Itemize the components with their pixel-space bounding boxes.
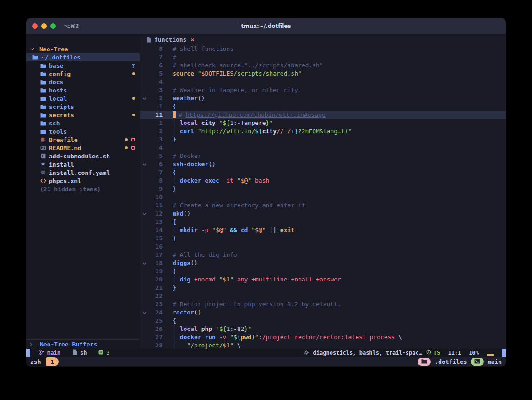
code-line[interactable]: 6# shellcheck source="../scripts/shared.… — [140, 61, 506, 70]
neo-tree-buffers-header[interactable]: Neo-Tree Buffers — [26, 339, 140, 349]
code-line[interactable]: 7{ — [140, 168, 506, 177]
sidebar-item--21-hidden-items-[interactable]: (21 hidden items) — [26, 185, 140, 193]
item-badges — [132, 97, 135, 100]
code-token: │ — [173, 334, 180, 341]
code-line[interactable]: 17# All the dig info — [140, 251, 506, 259]
fold-chevron-icon[interactable] — [140, 97, 149, 101]
sidebar-item-scripts[interactable]: scripts — [26, 103, 140, 111]
sidebar-item-docs[interactable]: docs — [26, 78, 140, 86]
sidebar-item-config[interactable]: config — [26, 70, 140, 78]
code-line[interactable]: 8│ docker exec -it "$@" bash — [140, 177, 506, 185]
sidebar-item-label: tools — [49, 128, 67, 135]
code-text: │ local php="${1:-82}" — [163, 325, 251, 333]
sidebar-item-ssh[interactable]: ssh — [26, 119, 140, 127]
sidebar-item-hosts[interactable]: hosts — [26, 86, 140, 94]
code-token: "http://wttr.in/ — [198, 128, 255, 135]
code-line[interactable]: 20│ dig +nocmd "$1" any +multiline +noal… — [140, 276, 506, 284]
titlebar[interactable]: ⌥⌘2 tmux:~/.dotfiles — [26, 18, 506, 34]
code-line[interactable]: 5source "$DOTFILES/scripts/shared.sh" — [140, 70, 506, 78]
tmux-window-index-badge[interactable]: 1 — [46, 357, 59, 366]
line-number: 3 — [149, 86, 163, 94]
tab-functions[interactable]: functions — [154, 36, 186, 43]
code-token: } — [173, 185, 176, 192]
sidebar-item-phpcs.xml[interactable]: phpcs.xml — [26, 177, 140, 185]
sidebar-item-label: hosts — [49, 87, 67, 94]
tmux-session-pill[interactable] — [418, 358, 431, 366]
code-token: " — [237, 177, 241, 184]
folder-icon — [40, 121, 46, 126]
git-modified-dot-icon — [125, 138, 128, 141]
code-line[interactable]: 2weather() — [140, 94, 506, 103]
code-token: " — [219, 276, 223, 283]
git-unstaged-square-icon — [131, 146, 135, 150]
fold-chevron-icon[interactable] — [140, 162, 149, 167]
code-line[interactable]: 7# — [140, 53, 506, 61]
sidebar-item-tools[interactable]: tools — [26, 127, 140, 135]
item-badges — [125, 146, 135, 150]
code-token: "/project/ — [187, 342, 223, 349]
code-line[interactable]: 15} — [140, 234, 506, 243]
code-line[interactable]: 1│ local city="${1:-Tampere}" — [140, 119, 506, 127]
minimize-window-button[interactable] — [41, 23, 47, 29]
line-number: 9 — [149, 185, 163, 193]
code-line[interactable]: 6ssh-docker() — [140, 160, 506, 168]
line-number: 14 — [149, 226, 163, 234]
tab-close-icon[interactable]: × — [190, 36, 194, 43]
neo-tree-header[interactable]: Neo-Tree — [26, 45, 140, 53]
code-line[interactable]: 26│ local php="${1:-82}" — [140, 325, 506, 333]
code-token: $DOTFILES — [201, 70, 233, 77]
code-line[interactable]: 4 — [140, 144, 506, 152]
code-line[interactable]: 21} — [140, 284, 506, 292]
sidebar-item-root[interactable]: ~/.dotfiles — [26, 53, 140, 61]
code-line[interactable]: 4 — [140, 78, 506, 86]
code-token: { — [173, 218, 176, 225]
fold-chevron-icon[interactable] — [140, 311, 149, 315]
code-line[interactable]: 14│ mkdir -p "$@" && cd "$@" || exit — [140, 226, 506, 234]
code-line[interactable]: 1{ — [140, 103, 506, 111]
macos-terminal-window: ⌥⌘2 tmux:~/.dotfiles Neo-Tree ~/.dotfile… — [26, 18, 506, 366]
code-line[interactable]: 2│ curl "http://wttr.in/${city// /+}?2nF… — [140, 127, 506, 135]
sidebar-item-brewfile[interactable]: Brewfile — [26, 135, 140, 144]
code-token: ${ — [255, 128, 262, 135]
sidebar-item-add-submodules.sh[interactable]: add-submodules.sh — [26, 152, 140, 160]
code-line[interactable]: 3} — [140, 135, 506, 144]
code-line[interactable]: 9} — [140, 185, 506, 193]
git-modified-dot-icon — [132, 72, 135, 75]
code-line[interactable]: 10 — [140, 193, 506, 201]
folder-icon — [40, 80, 46, 85]
line-number: 12 — [149, 210, 163, 218]
sidebar-item-readme.md[interactable]: README.md — [26, 144, 140, 152]
fold-chevron-icon[interactable] — [140, 212, 149, 216]
code-line[interactable]: 27│ docker run -v "$(pwd)":/project rect… — [140, 333, 506, 341]
code-line[interactable]: 19{ — [140, 267, 506, 276]
sidebar-item-install[interactable]: *install — [26, 160, 140, 168]
chevron-down-icon — [29, 47, 35, 51]
code-line[interactable]: 24rector() — [140, 308, 506, 317]
code-line[interactable]: 8# shell functions — [140, 45, 506, 53]
maximize-window-button[interactable] — [50, 23, 56, 29]
code-line[interactable]: 12mkd() — [140, 210, 506, 218]
code-line[interactable]: 25{ — [140, 317, 506, 325]
tmux-window-name[interactable]: zsh — [26, 357, 46, 366]
code-area[interactable]: 8# shell functions7#6# shellcheck source… — [140, 45, 506, 349]
tmux-pane-pill[interactable] — [471, 358, 484, 366]
code-line[interactable]: 5# Docker — [140, 152, 506, 160]
code-line[interactable]: 11# Create a new directory and enter it — [140, 201, 506, 210]
code-line[interactable]: 3# Weather in Tampere, or other city — [140, 86, 506, 94]
code-line[interactable]: 28│ "/project/$1" \ — [140, 341, 506, 349]
line-number: 16 — [149, 243, 163, 251]
git-modified-dot-icon — [132, 114, 135, 116]
code-line[interactable]: 13{ — [140, 218, 506, 226]
code-token: mkd — [173, 210, 183, 217]
close-window-button[interactable] — [32, 23, 38, 29]
sidebar-item-base[interactable]: base? — [26, 61, 140, 70]
code-line[interactable]: 11# https://github.com/chubin/wttr.in#us… — [140, 111, 506, 119]
tmux-status-right: .dotfiles main — [418, 358, 502, 366]
code-line[interactable]: 16 — [140, 243, 506, 251]
code-line[interactable]: 18digga() — [140, 259, 506, 267]
sidebar-item-secrets[interactable]: secrets — [26, 111, 140, 119]
code-line[interactable]: 22 — [140, 292, 506, 300]
fold-chevron-icon[interactable] — [140, 261, 149, 265]
code-line[interactable]: 23# Rector project to php version 8.2 by… — [140, 300, 506, 308]
sidebar-item-local[interactable]: local — [26, 94, 140, 103]
